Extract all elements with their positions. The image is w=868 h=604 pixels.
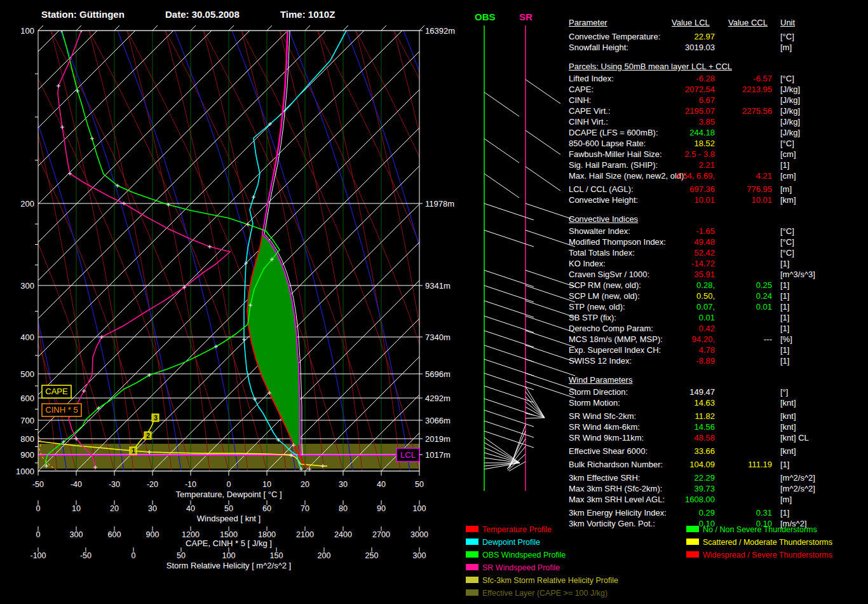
parameter-value-lcl: 244.18 <box>626 128 715 137</box>
legend-swatch <box>466 526 478 532</box>
parameter-value-ccl: 111.19 <box>718 460 772 469</box>
parameter-value-lcl: 33.66 <box>626 446 715 456</box>
parameter-unit: [1] <box>780 259 789 268</box>
parameter-value-lcl: 0.10 <box>626 519 715 528</box>
parameter-label: SB STP (fix): <box>569 313 616 322</box>
parameter-value-ccl: 2275.56 <box>718 106 772 116</box>
parameter-unit: [J/kg] <box>780 117 800 127</box>
parameter-value-lcl: 1608.00 <box>626 495 715 504</box>
parameter-label: Showalter Index: <box>569 226 630 236</box>
parameter-unit: [J/kg] <box>780 128 800 137</box>
legend-swatch <box>466 539 478 545</box>
parameter-unit: [1] <box>780 345 789 355</box>
parameter-value-lcl: 3019.03 <box>626 43 715 52</box>
parameter-value-lcl: 4.78 <box>626 345 715 355</box>
parameter-unit: [m] <box>780 495 792 504</box>
parameter-value-lcl: 22.97 <box>626 32 715 41</box>
parameter-label: Storm Direction: <box>569 387 628 397</box>
parameter-unit: [1] <box>780 160 789 170</box>
parameter-value-lcl: -14.72 <box>626 259 715 268</box>
parameter-value-lcl: 94.20, <box>626 334 715 344</box>
legend-label: Sfc-3km Storm Relative Helicity Profile <box>482 576 618 585</box>
parameter-unit: [1] <box>780 280 789 290</box>
legend-label: No / Non Severe Thunderstorms <box>703 525 817 534</box>
parameter-unit: [°C] <box>780 32 794 41</box>
panel-col-unit: Unit <box>780 18 795 27</box>
legend-label: Dewpoint Profile <box>482 538 540 547</box>
parameter-unit: [°C] <box>780 74 794 83</box>
parameter-label: KO Index: <box>569 259 606 268</box>
parameter-value-lcl: 6.67 <box>626 95 715 105</box>
legend-label: Scattered / Moderate Thunderstorms <box>703 538 832 547</box>
parameter-value-ccl: 0.31 <box>718 508 772 518</box>
parameter-value-lcl: 0.01 <box>626 313 715 322</box>
parameter-value-lcl: 4.54, 6.69, <box>626 171 715 181</box>
parameter-value-lcl: 3.85 <box>626 117 715 127</box>
sounding-app-window: Station: Güttingen Date: 30.05.2008 Time… <box>0 0 868 604</box>
legend-swatch <box>686 539 699 545</box>
parameter-label: SWISS 12 Index: <box>569 356 632 366</box>
parameter-unit: [knt] <box>780 411 796 421</box>
panel-col-value-lcl: Value LCL <box>672 18 710 27</box>
parameter-unit: [m] <box>780 184 792 194</box>
panel-col-value-ccl: Value CCL <box>728 18 768 27</box>
parameter-value-lcl: 2.5 - 3.8 <box>626 149 715 159</box>
parameter-value-lcl: 0.42 <box>626 324 715 333</box>
parameter-value-lcl: 2195.07 <box>626 106 715 116</box>
parameter-value-ccl: 2213.95 <box>718 85 772 94</box>
panel-section-title: Parcels: Using 50mB mean layer LCL + CCL <box>569 62 732 71</box>
parameter-value-lcl: 0.29 <box>626 508 715 518</box>
parameter-unit: [J/kg] <box>780 106 800 116</box>
parameter-value-ccl: 4.21 <box>718 171 772 181</box>
parameter-label: CAPE: <box>569 85 593 94</box>
parameter-value-lcl: 18.52 <box>626 139 715 148</box>
parameter-unit: [1] <box>780 508 789 518</box>
parameter-unit: [°] <box>780 387 788 397</box>
parameter-label: Lifted Index: <box>569 74 614 83</box>
parameter-label: Total Totals Index: <box>569 248 635 257</box>
panel-section-title: Wind Parameters <box>569 375 632 385</box>
parameter-value-lcl: 11.82 <box>626 411 715 421</box>
parameter-value-lcl: -8.89 <box>626 356 715 366</box>
parameter-unit: [cm] <box>780 171 796 181</box>
legend-label: Widespread / Severe Thunderstorms <box>703 551 832 559</box>
parameter-value-lcl: 48.58 <box>626 433 715 443</box>
legend-swatch <box>686 526 699 532</box>
parameter-unit: [m^3/s^3] <box>780 270 815 279</box>
parameter-value-lcl: 2.21 <box>626 160 715 170</box>
parameter-value-ccl: --- <box>718 334 772 344</box>
parameter-unit: [°C] <box>780 248 794 257</box>
parameter-value-lcl: 697.36 <box>626 184 715 194</box>
parameter-panel: Parameter Value LCL Value CCL Unit Conve… <box>0 0 868 604</box>
parameter-value-lcl: 14.56 <box>626 422 715 432</box>
parameter-unit: [1] <box>780 460 789 469</box>
parameter-unit: [J/kg] <box>780 85 800 94</box>
legend-swatch <box>466 564 478 570</box>
parameter-unit: [°C] <box>780 226 794 236</box>
parameter-unit: [°C] <box>780 139 794 148</box>
parameter-unit: [°C] <box>780 237 794 247</box>
parameter-unit: [km] <box>780 195 796 205</box>
parameter-value-lcl: 35.91 <box>626 270 715 279</box>
parameter-value-lcl: 14.63 <box>626 398 715 408</box>
legend-swatch <box>466 551 478 558</box>
parameter-unit: [m^2/s^2] <box>780 473 815 483</box>
parameter-label: CINH: <box>569 95 591 105</box>
parameter-value-lcl: -1.65 <box>626 226 715 236</box>
parameter-unit: [knt] CL <box>780 433 809 443</box>
parameter-value-lcl: 49.48 <box>626 237 715 247</box>
parameter-value-ccl: 0.25 <box>718 280 772 290</box>
parameter-value-lcl: -6.28 <box>626 74 715 83</box>
parameter-value-lcl: 149.47 <box>626 387 715 397</box>
legend-label: Effective Layer (CAPE >= 100 J/kg) <box>482 589 607 598</box>
parameter-value-lcl: 39.73 <box>626 484 715 493</box>
parameter-label: CAPE Virt.: <box>569 106 611 116</box>
parameter-value-lcl: 0.28, <box>626 280 715 290</box>
parameter-value-lcl: 52.42 <box>626 248 715 257</box>
parameter-value-ccl: -6.57 <box>718 74 772 83</box>
legend-swatch <box>466 589 478 596</box>
parameter-unit: [m] <box>780 43 792 52</box>
parameter-label: Snowfall Height: <box>569 43 628 52</box>
legend-swatch <box>686 551 699 558</box>
parameter-value-ccl: 10.01 <box>718 195 772 205</box>
